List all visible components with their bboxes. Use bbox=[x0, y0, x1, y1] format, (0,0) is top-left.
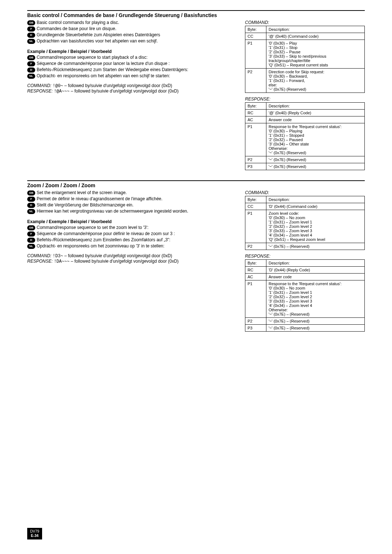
cmd-code: !D3~ bbox=[53, 254, 63, 259]
cmd-tail: – followed by/suivie d'un/gefolgt von/ge… bbox=[64, 253, 172, 258]
cell: P2 bbox=[245, 243, 266, 250]
ex-d: DBefehls-/Rückmeldesequenz zum Starten d… bbox=[27, 67, 238, 73]
cell: '@' (0x40) (Command code) bbox=[266, 33, 365, 40]
d-icon: D bbox=[27, 67, 35, 73]
line: Otherwise: bbox=[269, 308, 362, 312]
ex-nl: NLOpdracht- en responsreeks om het afspe… bbox=[27, 73, 238, 79]
th-desc: Description: bbox=[266, 196, 365, 203]
line: '1' (0x31) – Stop bbox=[269, 45, 362, 50]
line: '0' (0x30) – No zoom bbox=[269, 286, 362, 290]
cell: CC bbox=[245, 203, 266, 210]
cmd-code: !@0~ bbox=[53, 83, 63, 89]
cmd-tail: – followed by/suivie d'un/gefolgt von/ge… bbox=[64, 83, 172, 88]
lang-text: Stellt die Vergrößerung der Bildschirman… bbox=[37, 202, 134, 208]
th-byte: Byte: bbox=[245, 103, 266, 110]
cell: P1 bbox=[245, 210, 266, 243]
line: '0' (0x30) – Backward, bbox=[269, 74, 362, 78]
gb-icon: GB bbox=[27, 190, 35, 196]
section-title: Basic control / Commandes de base / Grun… bbox=[27, 12, 365, 18]
section2-left: GBSet the enlargement level of the scree… bbox=[27, 189, 238, 335]
ex-text: Command/response sequence to start playb… bbox=[37, 55, 148, 60]
section-title: Zoom / Zoom / Zoom / Zoom bbox=[27, 182, 365, 188]
line: '2' (0x32) – Pause bbox=[269, 50, 362, 54]
cell: '~' (0x7E) (Reserved) bbox=[266, 156, 365, 163]
d-icon: D bbox=[27, 203, 35, 208]
line: '0' (0x30) – Play bbox=[269, 41, 362, 45]
section1-left: GBBasic control commands for playing a d… bbox=[27, 19, 238, 174]
lang-nl: NLOpdrachten van basisfuncties voor het … bbox=[27, 38, 238, 44]
cell: '~' (0x7E) – (Reserved) bbox=[266, 325, 365, 332]
nl-icon: NL bbox=[27, 209, 35, 214]
line: '~' (0x7E) (Reserved) bbox=[269, 151, 362, 155]
lang-text: Basic control commands for playing a dis… bbox=[37, 20, 119, 25]
line: '4' (0x34) – Zoom level 4 bbox=[269, 303, 362, 308]
line: '~' (0x7E) – (Reserved) bbox=[269, 312, 362, 316]
line: 'Q' (0x51) – Request zoom level bbox=[269, 237, 362, 242]
page-number: E-34 bbox=[30, 534, 39, 538]
section-rule bbox=[27, 10, 365, 11]
example-heading: Example / Exemple / Beispiel / Voorbeeld bbox=[27, 219, 238, 224]
lang-f: FPermet de définir le niveau d'agrandiss… bbox=[27, 196, 238, 202]
cmd-table: Byte:Description: CC'@' (0x40) (Command … bbox=[245, 26, 365, 93]
lang-text: Hiermee kan het vergrotingsniveau van de… bbox=[37, 209, 188, 214]
line: 'Q' (0x51) – Request current stats bbox=[269, 63, 362, 67]
cell: RC bbox=[245, 110, 266, 116]
f-icon: F bbox=[27, 231, 35, 237]
th-desc: Description: bbox=[266, 103, 365, 110]
resp-label: RESPONSE: bbox=[27, 259, 53, 264]
lang-text: Commandes de base pour lire un disque. bbox=[37, 26, 116, 31]
cell: P2 bbox=[245, 156, 266, 163]
ex-text: Séquence de commande/réponse pour lancer… bbox=[37, 61, 170, 66]
ex-text: Befehls-/Rückmeldesequenz zum Starten de… bbox=[37, 67, 188, 72]
nl-icon: NL bbox=[27, 244, 35, 249]
line: '1' (0x31) – Forward, bbox=[269, 78, 362, 83]
section1-right: COMMAND: Byte:Description: CC'@' (0x40) … bbox=[245, 19, 365, 174]
cell: '0' (0x30) – Play '1' (0x31) – Stop '2' … bbox=[266, 40, 365, 69]
model-label: DV79 bbox=[30, 529, 39, 534]
ex-text: Command/response sequence to set the zoo… bbox=[37, 225, 148, 230]
cell: CC bbox=[245, 33, 266, 40]
cmd-table-title: COMMAND: bbox=[245, 20, 365, 25]
cell: P1 bbox=[245, 123, 266, 156]
cmd-table: Byte:Description: CC'D' (0x44) (Command … bbox=[245, 196, 365, 250]
f-icon: F bbox=[27, 197, 35, 202]
line: '3' (0x34) – Other state bbox=[269, 142, 362, 146]
th-desc: Description: bbox=[266, 260, 365, 267]
line: '~' (0x7E) (Reserved) bbox=[269, 87, 362, 91]
ex-f: FSéquence de commande/réponse pour lance… bbox=[27, 61, 238, 66]
ex-text: Séquence de commande/réponse pour défini… bbox=[37, 231, 175, 236]
lang-d: DStellt die Vergrößerung der Bildschirma… bbox=[27, 202, 238, 208]
th-byte: Byte: bbox=[245, 26, 266, 33]
line: '2' (0x32) – Zoom level 2 bbox=[269, 224, 362, 229]
lang-gb: GBSet the enlargement level of the scree… bbox=[27, 190, 238, 196]
gb-icon: GB bbox=[27, 20, 35, 25]
ex-nl: NLOpdracht- en responsreeks om het zoomn… bbox=[27, 243, 238, 249]
line: '1' (0x31) – Zoom level 1 bbox=[269, 220, 362, 224]
line: '1' (0x31) – Zoom level 1 bbox=[269, 290, 362, 295]
gb-icon: GB bbox=[27, 55, 35, 60]
section-rule bbox=[27, 180, 365, 181]
line: Otherwise: bbox=[269, 146, 362, 151]
ex-text: Opdracht- en responsreeks om het zoomniv… bbox=[37, 243, 164, 249]
line: '1' (0x31) – Stopped bbox=[269, 133, 362, 138]
line: '2' (0x32) – Paused bbox=[269, 138, 362, 142]
resp-table: Byte:Description: RC'@' (0x40) (Reply Co… bbox=[245, 102, 365, 170]
line: '0' (0x30) – No zoom bbox=[269, 216, 362, 220]
lang-text: Permet de définir le niveau d'agrandisse… bbox=[37, 196, 163, 201]
lang-d: DGrundlegende Steuerbefehle zum Abspiele… bbox=[27, 32, 238, 38]
resp-table-title: RESPONSE: bbox=[245, 254, 365, 259]
section2-right: COMMAND: Byte:Description: CC'D' (0x44) … bbox=[245, 189, 365, 335]
cmd-table-title: COMMAND: bbox=[245, 190, 365, 195]
ex-d: DBefehls-/Rückmeldesequenz zum Einstelle… bbox=[27, 237, 238, 243]
cmd-label: COMMAND: bbox=[27, 83, 52, 88]
line: Direction code for Skip request: bbox=[269, 70, 362, 74]
cell: P1 bbox=[245, 40, 266, 69]
cell: AC bbox=[245, 274, 266, 280]
cell: Response to the 'Request current status'… bbox=[266, 123, 365, 156]
example-heading: Example / Exemple / Beispiel / Voorbeeld bbox=[27, 49, 238, 54]
cell: '~' (0x7E) – (Reserved) bbox=[266, 243, 365, 250]
ex-text: Opdracht- en responsreeks om het afspele… bbox=[37, 73, 170, 78]
cell: P2 bbox=[245, 69, 266, 93]
d-icon: D bbox=[27, 238, 35, 243]
line: '3' (0x33) – Skip to next/previous track… bbox=[269, 54, 362, 63]
